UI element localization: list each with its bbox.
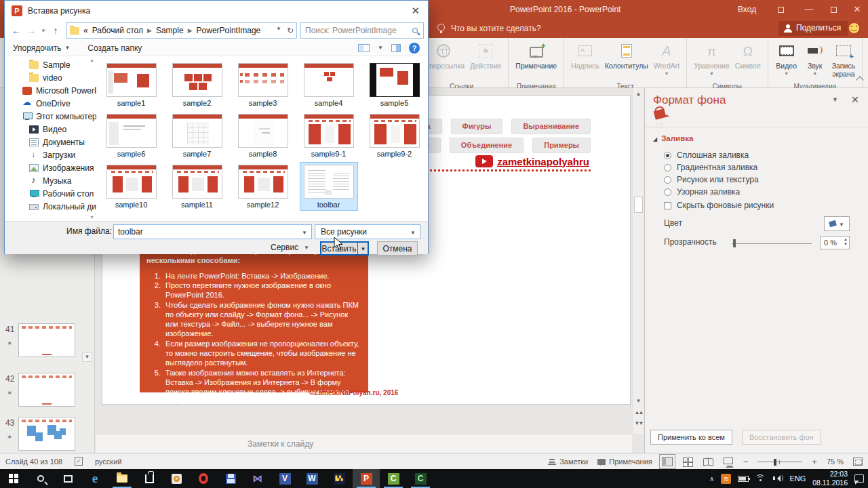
taskbar-films-app[interactable] <box>163 469 190 488</box>
file-thumbnail[interactable] <box>172 114 222 148</box>
slide-shape-button[interactable]: Фигуры <box>451 119 503 134</box>
notes-bar[interactable]: Заметки к слайду <box>96 434 632 453</box>
ribbon-display-options-icon[interactable] <box>769 0 792 19</box>
file-thumbnail[interactable] <box>304 114 354 148</box>
file-item[interactable]: sample9-2 <box>361 110 427 161</box>
sidebar-item[interactable]: Этот компьютер <box>5 110 96 123</box>
sidebar-item[interactable]: Sample <box>5 58 96 71</box>
share-button[interactable]: Поделиться <box>778 21 848 36</box>
minimize-button[interactable]: — <box>797 0 821 19</box>
radio-icon[interactable] <box>664 176 671 184</box>
sidebar-item[interactable]: Изображения <box>5 161 96 174</box>
filename-input[interactable]: toolbar ▼ <box>113 224 312 239</box>
file-item[interactable]: sample7 <box>164 110 230 161</box>
checkbox-icon[interactable] <box>664 202 671 209</box>
recent-locations-caret[interactable]: ▼ <box>39 28 48 34</box>
dialog-titlebar[interactable]: P Вставка рисунка ✕ <box>5 1 428 21</box>
task-view-button[interactable] <box>54 469 81 488</box>
filetype-dropdown-caret[interactable]: ▼ <box>410 230 416 236</box>
start-button[interactable] <box>0 469 27 488</box>
file-thumbnail[interactable] <box>238 165 288 199</box>
new-folder-button[interactable]: Создать папку <box>87 43 142 53</box>
view-caret-icon[interactable]: ▼ <box>378 45 383 51</box>
spinner-arrows-icon[interactable]: ▲▼ <box>844 237 848 247</box>
slide-thumbnail[interactable] <box>18 323 75 357</box>
radio-icon[interactable] <box>664 188 671 196</box>
file-item[interactable]: sample4 <box>296 59 361 110</box>
taskbar-word[interactable]: W <box>298 469 326 488</box>
sidebar-item[interactable]: Локальный диск <box>5 200 96 213</box>
spellcheck-icon[interactable]: ✓ <box>75 457 83 466</box>
file-thumbnail[interactable] <box>238 114 288 148</box>
search-input[interactable]: Поиск: PowerPointImage <box>300 22 424 39</box>
change-view-icon[interactable] <box>358 44 370 52</box>
forward-button[interactable]: → <box>24 25 39 36</box>
reading-view-button[interactable] <box>703 457 713 466</box>
transparency-slider[interactable] <box>732 243 812 244</box>
organize-button[interactable]: Упорядочить▼ <box>13 43 70 53</box>
preview-pane-icon[interactable] <box>391 44 401 52</box>
slideshow-view-button[interactable] <box>723 457 734 466</box>
tray-expand-icon[interactable]: ∧ <box>709 475 714 483</box>
notes-toggle[interactable]: Заметки <box>548 458 588 466</box>
file-thumbnail[interactable] <box>106 114 157 148</box>
next-slide-button[interactable]: ▼▼ <box>634 419 643 428</box>
file-item[interactable]: sample8 <box>230 110 296 161</box>
file-item[interactable]: sample2 <box>164 59 230 110</box>
slide-shape-button[interactable]: Объединение <box>450 138 524 152</box>
sidebar-item[interactable]: Музыка <box>5 174 96 187</box>
zoom-level[interactable]: 75 % <box>827 458 844 466</box>
slide-scrollbar[interactable]: ▲ ▼ ▲▲ ▼▼ <box>632 88 644 434</box>
filename-dropdown-caret[interactable]: ▼ <box>302 230 307 236</box>
pane-close-icon[interactable]: ✕ <box>851 94 859 105</box>
file-item[interactable]: sample9-1 <box>296 110 361 161</box>
slide-text-box[interactable]: Технически добавление изображения реализ… <box>140 241 368 392</box>
cancel-button[interactable]: Отмена <box>377 241 418 256</box>
sidebar-item[interactable]: Документы <box>5 136 96 148</box>
slide-thumbnail[interactable] <box>18 373 75 407</box>
breadcrumb[interactable]: « Рабочий стол▶ Sample▶ PowerPointImage <box>83 26 260 35</box>
transparency-slider-handle[interactable] <box>733 239 736 247</box>
action-center-icon[interactable] <box>854 474 864 483</box>
sidebar-item[interactable]: Загрузки <box>5 148 96 161</box>
java-tray-icon[interactable]: ≋ <box>721 474 731 484</box>
radio-icon[interactable] <box>664 152 671 159</box>
sidebar-item[interactable]: video <box>5 71 96 84</box>
tell-me-text[interactable]: Что вы хотите сделать? <box>451 24 541 33</box>
color-picker-button[interactable]: ▼ <box>824 216 850 231</box>
collapse-ribbon-icon[interactable] <box>856 76 864 81</box>
zoom-slider[interactable] <box>757 462 802 462</box>
file-thumbnail[interactable] <box>304 165 354 199</box>
slide-sorter-view-button[interactable] <box>682 457 693 466</box>
comments-toggle[interactable]: Примечания <box>597 458 652 466</box>
file-item[interactable]: sample10 <box>98 161 164 211</box>
sidebar-scroll-down-icon[interactable]: ▼ <box>90 215 94 220</box>
previous-slide-button[interactable]: ▲▲ <box>634 408 643 417</box>
taskbar-media-player[interactable]: ⋈ <box>244 469 271 488</box>
back-button[interactable]: ← <box>9 25 24 36</box>
ribbon-button[interactable]: Звук ▾ <box>801 39 829 81</box>
ribbon-button[interactable]: π Уравнение ▾ <box>691 39 732 81</box>
taskbar-floppy-app[interactable] <box>217 469 244 488</box>
sidebar-item[interactable]: Microsoft PowerP <box>5 84 96 97</box>
file-thumbnail[interactable] <box>238 63 288 97</box>
zoom-slider-handle[interactable] <box>774 459 776 466</box>
ribbon-button[interactable]: A WordArt ▾ <box>651 39 682 81</box>
insert-split-caret[interactable]: ▼ <box>357 242 368 255</box>
ribbon-button[interactable]: Колонтитулы <box>602 39 651 81</box>
help-icon[interactable]: ? <box>409 43 420 54</box>
normal-view-button[interactable] <box>662 457 673 466</box>
taskbar-opera[interactable] <box>190 469 217 488</box>
file-thumbnail[interactable] <box>106 63 157 97</box>
hide-background-checkbox[interactable]: Скрыть фоновые рисунки <box>664 201 774 210</box>
maximize-button[interactable] <box>822 0 845 19</box>
file-item[interactable]: sample12 <box>230 161 296 211</box>
fill-option-radio[interactable]: Градиентная заливка <box>664 161 759 174</box>
file-item[interactable]: sample5 <box>361 59 427 110</box>
file-thumbnail[interactable] <box>304 63 354 97</box>
fill-section-header[interactable]: ◢Заливка <box>653 134 693 142</box>
ribbon-button[interactable]: Примечание <box>513 39 559 81</box>
scroll-down-icon[interactable]: ▼ <box>634 396 643 405</box>
taskbar-store[interactable] <box>136 469 163 488</box>
notes-placeholder[interactable]: Заметки к слайду <box>248 439 313 449</box>
